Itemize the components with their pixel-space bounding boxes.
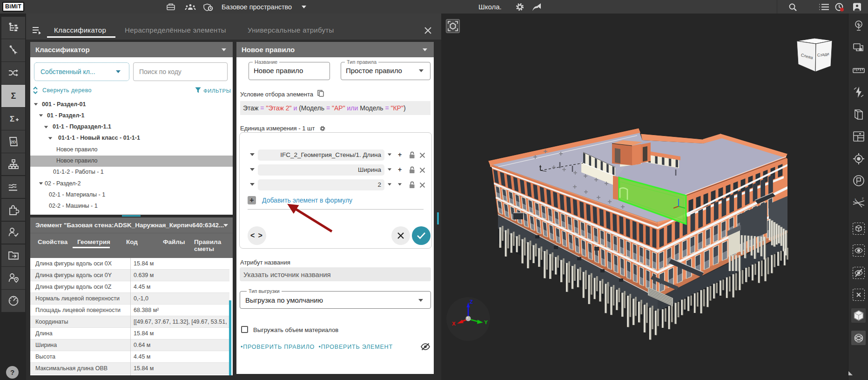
svg-text:X: X: [452, 321, 456, 326]
svg-text:Σ: Σ: [9, 115, 14, 123]
svg-text:2D: 2D: [10, 139, 16, 144]
svg-text:Σ: Σ: [11, 91, 16, 101]
svg-text:2: 2: [862, 197, 864, 200]
svg-text:Y: Y: [484, 319, 488, 325]
svg-text:Z: Z: [470, 299, 473, 305]
